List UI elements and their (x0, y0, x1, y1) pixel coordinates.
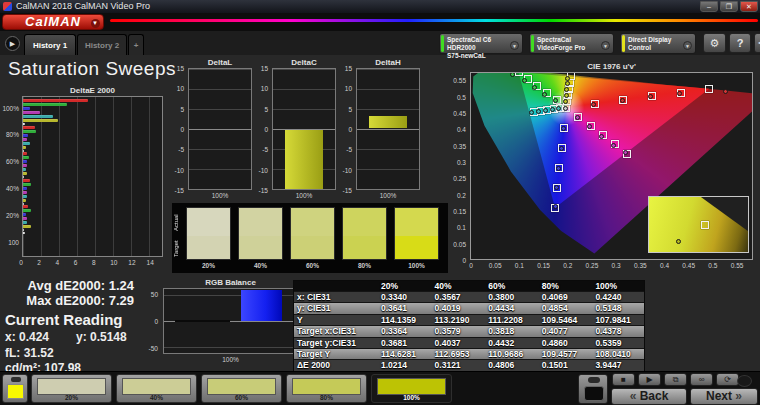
minimize-button[interactable]: – (700, 1, 718, 12)
table-row-label: Target Y (294, 349, 378, 359)
delta-e-x-tick: 6 (74, 259, 78, 266)
maximize-button[interactable]: ❐ (720, 1, 738, 12)
swatch-cell[interactable] (186, 207, 231, 260)
device-button-display-control[interactable]: Direct Display Control ▼ (620, 33, 696, 54)
delta-e-bar (23, 152, 27, 155)
tab-history-1[interactable]: History 1 (24, 34, 76, 55)
table-row: Y114.1359113.2190111.2208109.5464107.984… (294, 315, 644, 326)
delta-e-y-tick: 40% (6, 185, 19, 192)
patch-button-20[interactable]: 20% (31, 374, 112, 403)
delta-e-y-tick: 60% (6, 158, 19, 165)
table-value-cell: 107.9841 (592, 315, 646, 325)
delta-e-y-tick: 80% (6, 131, 19, 138)
swatch-cell[interactable] (290, 207, 335, 260)
delta-e-bar (23, 111, 40, 114)
bottom-bar: 20%40%60%80%100% ■▶⧉∞⟳ « Back Next » (0, 371, 760, 405)
cie-measurement-dot (723, 89, 728, 94)
cie-x-tick: 0.55 (730, 262, 744, 269)
refresh-button[interactable]: ⟳ (716, 373, 739, 386)
next-button[interactable]: Next » (690, 388, 758, 405)
table-row-label: x: CIE31 (294, 292, 378, 302)
calman-logo-button[interactable]: CalMAN ▼ (2, 14, 104, 30)
swatch-cell[interactable] (394, 207, 439, 260)
delta-e-y-tick: 20% (6, 212, 19, 219)
cie-y-tick: 0.3 (457, 159, 466, 166)
camera-icon (588, 377, 600, 383)
cie-measurement-dot (553, 98, 558, 103)
delta-y-tick: -10 (259, 167, 268, 174)
delta-e-x-tick: 0 (19, 259, 23, 266)
table-value-cell: 0.4019 (432, 303, 486, 313)
delta-y-tick: -5 (346, 146, 352, 153)
delta-bar (369, 116, 406, 128)
reading-x: x: 0.424 (5, 330, 49, 344)
cie-y-tick: 0.45 (453, 110, 466, 117)
delta-e-bar (23, 187, 27, 190)
tab-history-2[interactable]: History 2 (77, 34, 127, 55)
table-header-cell: 40% (432, 281, 486, 291)
reading-y: y: 0.5148 (76, 330, 127, 344)
table-value-cell: 0.4432 (485, 338, 539, 348)
table-row: Target x:CIE310.33640.35790.38180.40770.… (294, 326, 644, 337)
table-row-label: Target x:CIE31 (294, 326, 378, 336)
patch-button-80[interactable]: 80% (286, 374, 367, 403)
cie-x-tick: 0.35 (633, 262, 647, 269)
device-display-label: Direct Display Control (628, 34, 683, 53)
delta-e-bar-group (23, 230, 162, 257)
step-button[interactable]: ⧉ (664, 373, 687, 386)
table-value-cell: 0.4854 (539, 303, 593, 313)
delta-e-bar-group (23, 177, 162, 204)
test-color-chip (7, 384, 24, 399)
delta-gridline (357, 109, 419, 110)
tab-add[interactable]: + (128, 34, 144, 55)
swatch-cell[interactable] (342, 207, 387, 260)
delta-e-bar (23, 221, 27, 224)
patch-label: 100% (372, 394, 451, 401)
delta-e-bar (23, 130, 36, 133)
swatch-label: 60% (290, 262, 335, 269)
reading-fl: fL: 31.52 (5, 346, 54, 360)
collapse-panel-button[interactable]: ◀ (754, 33, 760, 53)
swatch-label: 40% (238, 262, 283, 269)
settings-gear-button[interactable]: ⚙ (703, 33, 726, 53)
play-button[interactable]: ▶ (638, 373, 661, 386)
delta-e-bar (23, 213, 26, 216)
delta-e-plot (22, 96, 163, 257)
patch-test-button[interactable] (2, 374, 28, 403)
table-value-cell: 0.3800 (485, 292, 539, 302)
camera-capture-button[interactable] (578, 374, 608, 404)
cie-measurement-dot (599, 134, 604, 139)
swatch-target (395, 236, 438, 259)
patch-button-40[interactable]: 40% (116, 374, 197, 403)
delta-gridline (357, 169, 419, 170)
device-button-generator[interactable]: SpectraCal VideoForge Pro ▼ (529, 33, 614, 54)
delta-y-tick: -10 (175, 167, 184, 174)
delta-e-bar (23, 107, 30, 110)
cie-x-tick: 0.2 (561, 262, 575, 269)
delta-panel-title: DeltaL (188, 58, 252, 67)
table-row: Target y:CIE310.36810.40370.44320.48600.… (294, 338, 644, 349)
back-button[interactable]: « Back (611, 388, 687, 405)
stop-button[interactable]: ■ (612, 373, 635, 386)
table-row-label: ΔE 2000 (294, 360, 378, 370)
delta-e-bar (23, 191, 27, 194)
continuous-button[interactable]: ∞ (690, 373, 713, 386)
max-de-stat: Max dE2000: 7.29 (8, 293, 134, 308)
session-play-button[interactable]: ▶ (5, 36, 20, 51)
swatch-cell[interactable] (238, 207, 283, 260)
cie-target-marker (515, 72, 523, 76)
help-button[interactable]: ? (729, 33, 751, 53)
cie-y-tick: 0.25 (453, 175, 466, 182)
rgb-y-tick: -50 (149, 345, 158, 352)
device-button-meter[interactable]: SpectraCal C6 HDR2000S75-newCaL ▼ (439, 33, 523, 54)
swatch-actual (239, 208, 282, 236)
patch-button-60[interactable]: 60% (201, 374, 282, 403)
delta-y-tick: -15 (259, 187, 268, 194)
delta-gridline (273, 69, 335, 70)
cie-x-tick: 0 (464, 262, 478, 269)
cie-measurement-dot (559, 146, 564, 151)
table-value-cell: 0.4860 (539, 338, 593, 348)
patch-button-100[interactable]: 100% (371, 374, 452, 403)
chevron-down-icon: ▼ (510, 41, 519, 50)
close-button[interactable]: ✕ (740, 1, 758, 12)
